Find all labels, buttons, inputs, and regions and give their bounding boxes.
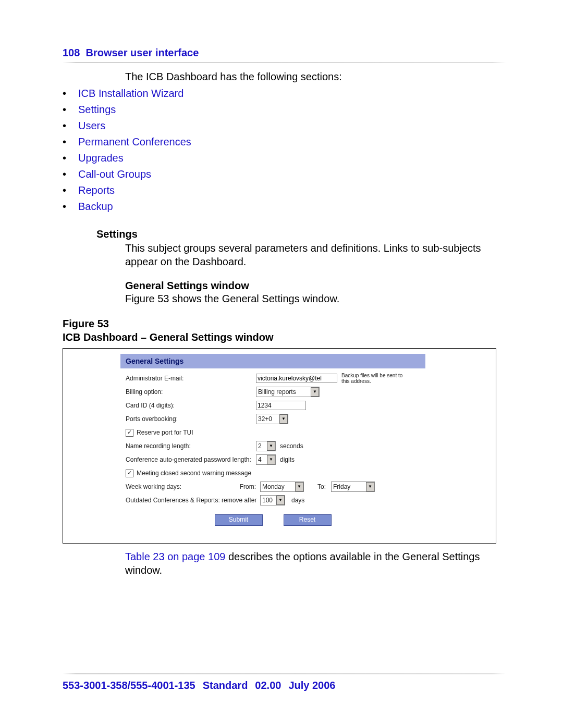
namerec-select[interactable]: 2 ▼ <box>256 441 276 451</box>
list-item: •Users <box>63 118 506 134</box>
doc-standard: Standard <box>203 680 248 691</box>
warning-checkbox[interactable]: ✓ <box>126 470 133 477</box>
to-value: Friday <box>333 483 364 490</box>
chevron-down-icon: ▼ <box>311 387 319 397</box>
doc-revision: 02.00 <box>255 680 281 691</box>
warning-label: Meeting closed second warning message <box>137 470 251 477</box>
pwlen-unit: digits <box>280 456 295 463</box>
outdated-select[interactable]: 100 ▼ <box>260 495 285 505</box>
general-settings-heading: General Settings window <box>125 280 506 292</box>
reset-button[interactable]: Reset <box>284 514 332 526</box>
general-settings-paragraph: Figure 53 shows the General Settings win… <box>125 292 506 305</box>
billing-select[interactable]: Billing reports ▼ <box>256 387 320 397</box>
intro-text: The ICB Dashboard has the following sect… <box>125 69 506 84</box>
footer-text: 553-3001-358/555-4001-135Standard02.00Ju… <box>63 680 506 692</box>
page: 108 Browser user interface The ICB Dashb… <box>0 0 563 728</box>
namerec-unit: seconds <box>280 442 303 450</box>
reserve-label: Reserve port for TUI <box>137 429 193 436</box>
pwlen-label: Conference auto-generated password lengt… <box>126 456 256 463</box>
chevron-down-icon: ▼ <box>267 455 275 464</box>
list-item: •ICB Installation Wizard <box>63 85 506 102</box>
header-rule <box>63 62 506 63</box>
doc-date: July 2006 <box>288 680 335 691</box>
chevron-down-icon: ▼ <box>267 441 275 451</box>
section-list: •ICB Installation Wizard •Settings •User… <box>63 85 506 215</box>
ports-label: Ports overbooking: <box>126 415 256 423</box>
list-item: •Reports <box>63 182 506 199</box>
link-users[interactable]: Users <box>78 120 105 131</box>
list-item: •Permanent Conferences <box>63 134 506 150</box>
panel-body: Administrator E-mail: Backup files will … <box>120 368 425 526</box>
link-settings[interactable]: Settings <box>78 104 116 115</box>
settings-heading: Settings <box>96 228 506 240</box>
from-value: Monday <box>262 483 293 490</box>
link-icb-wizard[interactable]: ICB Installation Wizard <box>78 88 183 99</box>
cardid-input[interactable] <box>256 401 306 410</box>
submit-button[interactable]: Submit <box>215 514 263 526</box>
figure-container: General Settings Administrator E-mail: B… <box>63 348 496 544</box>
link-reports[interactable]: Reports <box>78 184 115 196</box>
namerec-label: Name recording length: <box>126 442 256 450</box>
settings-paragraph: This subject groups several parameters a… <box>125 241 506 268</box>
admin-email-input[interactable] <box>256 374 337 383</box>
doc-number: 553-3001-358/555-4001-135 <box>63 680 195 691</box>
pwlen-select[interactable]: 4 ▼ <box>256 454 276 465</box>
chevron-down-icon: ▼ <box>295 482 303 491</box>
general-settings-panel: General Settings Administrator E-mail: B… <box>120 354 425 531</box>
page-footer: 553-3001-358/555-4001-135Standard02.00Ju… <box>63 673 506 692</box>
link-permanent-conferences[interactable]: Permanent Conferences <box>78 136 191 147</box>
from-label: From: <box>240 483 256 490</box>
list-item: •Call-out Groups <box>63 166 506 182</box>
to-select[interactable]: Friday ▼ <box>331 482 375 492</box>
cardid-label: Card ID (4 digits): <box>126 402 256 409</box>
ports-select[interactable]: 32+0 ▼ <box>256 414 288 424</box>
figure-label: Figure 53 ICB Dashboard – General Settin… <box>63 317 506 344</box>
billing-value: Billing reports <box>258 388 309 396</box>
panel-title: General Settings <box>120 354 425 368</box>
chapter-title: Browser user interface <box>86 47 199 58</box>
to-label: To: <box>317 483 326 490</box>
list-item: •Settings <box>63 102 506 118</box>
outdated-label: Outdated Conferences & Reports: remove a… <box>126 497 260 504</box>
page-number: 108 <box>63 47 80 58</box>
outdated-value: 100 <box>262 497 275 504</box>
list-item: •Upgrades <box>63 150 506 166</box>
page-header: 108 Browser user interface <box>63 47 506 59</box>
admin-email-label: Administrator E-mail: <box>126 375 256 382</box>
pwlen-value: 4 <box>258 456 265 463</box>
admin-email-note: Backup files will be sent to this addres… <box>341 373 404 384</box>
from-select[interactable]: Monday ▼ <box>260 482 304 492</box>
chevron-down-icon: ▼ <box>279 414 288 424</box>
chevron-down-icon: ▼ <box>276 496 285 505</box>
footer-rule <box>63 673 506 674</box>
list-item: •Backup <box>63 199 506 215</box>
link-backup[interactable]: Backup <box>78 201 113 212</box>
link-upgrades[interactable]: Upgrades <box>78 152 124 164</box>
figure-title: ICB Dashboard – General Settings window <box>63 331 274 343</box>
figure-number: Figure 53 <box>63 318 109 329</box>
week-label: Week working days: <box>126 483 181 490</box>
after-figure-text: Table 23 on page 109 describes the optio… <box>125 550 506 577</box>
ports-value: 32+0 <box>258 415 278 423</box>
namerec-value: 2 <box>258 442 265 450</box>
billing-label: Billing option: <box>126 388 256 396</box>
chevron-down-icon: ▼ <box>366 482 374 491</box>
link-callout-groups[interactable]: Call-out Groups <box>78 168 151 180</box>
outdated-unit: days <box>291 497 304 504</box>
table-23-link[interactable]: Table 23 on page 109 <box>125 551 225 562</box>
reserve-checkbox[interactable]: ✓ <box>126 429 133 437</box>
